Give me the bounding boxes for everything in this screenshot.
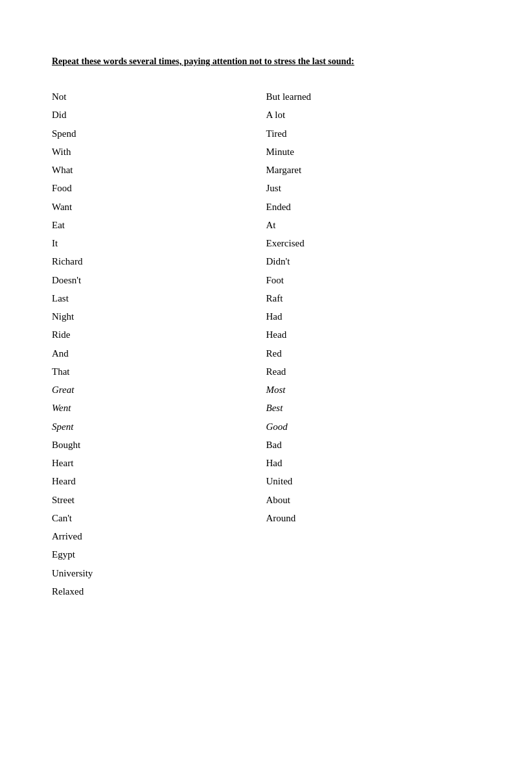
word-item: Bad: [266, 436, 481, 454]
word-item: Did: [52, 106, 266, 124]
word-item: Bought: [52, 436, 266, 454]
word-item: Doesn't: [52, 271, 266, 289]
word-item: Red: [266, 344, 481, 362]
left-column: NotDidSpendWithWhatFoodWantEatItRichardD…: [52, 88, 266, 600]
word-item: What: [52, 161, 266, 179]
word-item: And: [52, 344, 266, 362]
word-item: Raft: [266, 289, 481, 307]
words-container: NotDidSpendWithWhatFoodWantEatItRichardD…: [52, 88, 480, 600]
word-item: Around: [266, 509, 481, 527]
instruction-text: Repeat these words several times, paying…: [52, 54, 480, 68]
word-item: Most: [266, 381, 481, 399]
word-item: Relaxed: [52, 582, 266, 600]
word-item: Foot: [266, 271, 481, 289]
word-item: Heart: [52, 454, 266, 472]
word-item: With: [52, 143, 266, 161]
word-item: Can't: [52, 509, 266, 527]
word-item: Food: [52, 179, 266, 197]
word-item: Great: [52, 381, 266, 399]
word-item: Had: [266, 307, 481, 326]
word-item: Arrived: [52, 527, 266, 545]
word-item: Eat: [52, 216, 266, 234]
word-item: Didn't: [266, 252, 481, 270]
word-item: Richard: [52, 252, 266, 270]
word-item: Good: [266, 418, 481, 436]
word-item: A lot: [266, 106, 481, 124]
word-item: United: [266, 472, 481, 490]
word-item: Not: [52, 88, 266, 106]
word-item: Street: [52, 491, 266, 509]
word-item: But learned: [266, 88, 481, 106]
word-item: Just: [266, 179, 481, 197]
word-item: Read: [266, 362, 481, 381]
word-item: Egypt: [52, 545, 266, 563]
word-item: At: [266, 216, 481, 234]
word-item: University: [52, 564, 266, 582]
word-item: Exercised: [266, 234, 481, 252]
word-item: Night: [52, 307, 266, 326]
right-column: But learnedA lotTiredMinuteMargaretJustE…: [266, 88, 481, 600]
word-item: Had: [266, 454, 481, 472]
word-item: About: [266, 491, 481, 509]
word-item: Margaret: [266, 161, 481, 179]
word-item: Last: [52, 289, 266, 307]
word-item: Went: [52, 399, 266, 417]
word-item: That: [52, 362, 266, 381]
word-item: Ride: [52, 326, 266, 344]
word-item: Spent: [52, 418, 266, 436]
word-item: Tired: [266, 124, 481, 143]
word-item: It: [52, 234, 266, 252]
word-item: Spend: [52, 124, 266, 143]
word-item: Heard: [52, 472, 266, 490]
word-item: Want: [52, 198, 266, 216]
word-item: Head: [266, 326, 481, 344]
word-item: Ended: [266, 198, 481, 216]
word-item: Minute: [266, 143, 481, 161]
word-item: Best: [266, 399, 481, 417]
